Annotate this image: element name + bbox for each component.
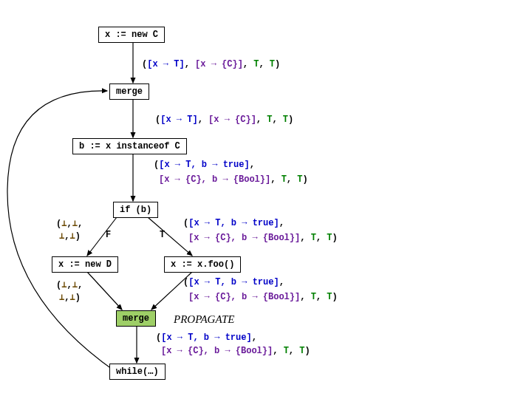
propagate-label: PROPAGATE xyxy=(174,313,235,326)
annot-after-foo-line2: [x → {C}, b → {Bool}], T, T) xyxy=(188,292,338,302)
node-if-b: if (b) xyxy=(113,202,158,218)
node-merge-2: merge xyxy=(116,310,156,327)
node-instanceof: b := x instanceof C xyxy=(72,138,187,154)
annot-after-instanceof-line1: ([x → T, b → true], xyxy=(154,160,255,170)
node-new-c: x := new C xyxy=(98,27,165,43)
edge-label-true: T xyxy=(160,230,165,240)
annot-branch-true-line1: ([x → T, b → true], xyxy=(183,218,284,228)
annot-after-new-c: ([x → T], [x → {C}], T, T) xyxy=(142,59,280,69)
svg-line-3 xyxy=(87,217,117,256)
node-while: while(…) xyxy=(109,364,166,380)
node-merge-1: merge xyxy=(109,83,149,100)
node-foo: x := x.foo() xyxy=(164,256,241,273)
svg-line-5 xyxy=(87,272,122,310)
annot-branch-true-line2: [x → {C}, b → {Bool}], T, T) xyxy=(188,233,338,243)
annot-after-instanceof-line2: [x → {C}, b → {Bool}], T, T) xyxy=(159,174,308,185)
annot-after-merge2-line1: ([x → T, b → true], xyxy=(156,332,257,343)
diagram-stage: x := new C merge b := x instanceof C if … xyxy=(0,0,532,399)
annot-branch-false-1-line1: (⊥,⊥, xyxy=(56,218,83,229)
annot-after-merge2-line2: [x → {C}, b → {Bool}], T, T) xyxy=(161,346,310,356)
edge-label-false: F xyxy=(106,230,111,240)
node-new-d: x := new D xyxy=(52,256,118,273)
annot-after-new-d-line1: (⊥,⊥, xyxy=(56,279,83,290)
annot-after-foo-line1: ([x → T, b → true], xyxy=(183,277,284,287)
annot-after-new-d-line2: ⊥,⊥) xyxy=(59,292,81,303)
annot-after-merge1: ([x → T], [x → {C}], T, T) xyxy=(155,115,293,125)
annot-branch-false-1-line2: ⊥,⊥) xyxy=(59,231,81,242)
